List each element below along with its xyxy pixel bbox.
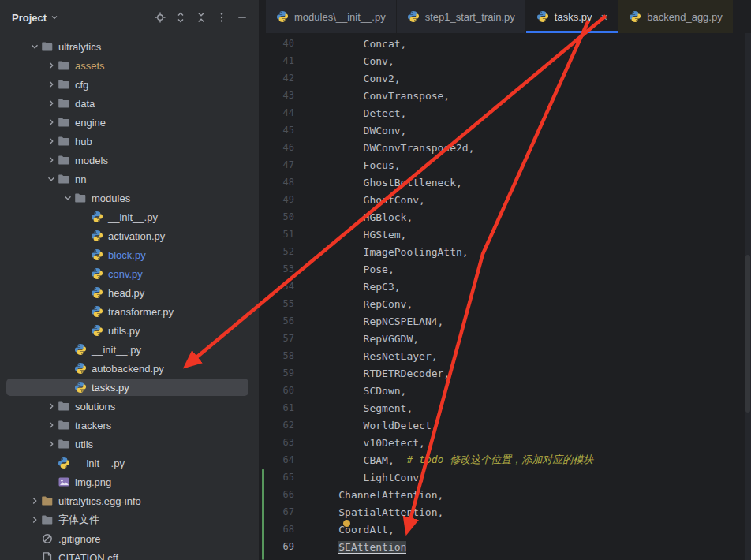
line-number: 63: [260, 437, 305, 448]
tree-item-block-py[interactable]: block.py: [0, 245, 259, 264]
code-line-60[interactable]: 60SCDown,: [260, 382, 751, 399]
code-line-69[interactable]: 69SEAttention: [260, 538, 751, 555]
chevron-right-icon[interactable]: [45, 135, 58, 147]
code-line-49[interactable]: 49GhostConv,: [260, 191, 751, 208]
code-line-65[interactable]: 65LightConv,: [260, 469, 751, 486]
locate-button[interactable]: [153, 10, 167, 24]
chevron-right-icon[interactable]: [45, 419, 58, 431]
code-line-68[interactable]: 68CoordAtt,: [260, 521, 751, 538]
tab-tasks-py[interactable]: tasks.py×: [526, 0, 618, 33]
tree-item-modules[interactable]: modules: [0, 189, 259, 207]
code-line-53[interactable]: 53Pose,: [260, 260, 751, 278]
line-code: v10Detect,: [305, 437, 425, 449]
chevron-right-icon[interactable]: [45, 438, 58, 450]
tree-item-data[interactable]: data: [0, 94, 259, 113]
tree-item-utils[interactable]: utils: [0, 435, 259, 454]
code-line-59[interactable]: 59RTDETRDecoder,: [260, 364, 751, 382]
code-line-63[interactable]: 63v10Detect,: [260, 434, 751, 451]
editor-scrollbar[interactable]: [745, 33, 751, 560]
chevron-right-icon[interactable]: [45, 154, 58, 166]
editor-tab-bar: modules\__init__.pystep1_start_train.pyt…: [260, 0, 751, 33]
line-number: 49: [260, 194, 305, 205]
tab-modules-init-py[interactable]: modules\__init__.py: [266, 0, 397, 33]
folder-egg-icon: [41, 495, 54, 507]
project-view-dropdown[interactable]: Project: [12, 12, 59, 24]
code-line-41[interactable]: 41Conv,: [260, 52, 751, 69]
close-icon[interactable]: ×: [601, 11, 608, 23]
code-line-44[interactable]: 44Detect,: [260, 104, 751, 121]
chevron-right-icon[interactable]: [45, 116, 58, 129]
tree-item-cfg[interactable]: cfg: [0, 75, 259, 94]
chevron-down-icon[interactable]: [62, 192, 74, 204]
code-line-66[interactable]: 66ChannelAttention,: [260, 486, 751, 503]
code-line-51[interactable]: 51HGStem,: [260, 226, 751, 243]
tree-item-trackers[interactable]: trackers: [0, 416, 259, 435]
chevron-right-icon[interactable]: [45, 400, 58, 413]
tree-item-activation-py[interactable]: activation.py: [0, 226, 259, 245]
code-line-47[interactable]: 47Focus,: [260, 156, 751, 174]
code-editor[interactable]: 40Concat,41Conv,42Conv2,43ConvTranspose,…: [260, 33, 751, 560]
tree-item-nn[interactable]: nn: [0, 170, 259, 189]
tree-item-ultralytics-egg-info[interactable]: ultralytics.egg-info: [0, 491, 259, 510]
code-line-46[interactable]: 46DWConvTranspose2d,: [260, 139, 751, 156]
tree-item-label: autobackend.py: [92, 363, 164, 375]
collapse-all-button[interactable]: [194, 10, 208, 24]
tab-step1-start-train-py[interactable]: step1_start_train.py: [397, 0, 526, 33]
tree-item-init-py[interactable]: __init__.py: [0, 340, 259, 359]
tree-item-hub[interactable]: hub: [0, 132, 259, 151]
tree-item-字体文件[interactable]: 字体文件: [0, 510, 259, 529]
tree-item-autobackend-py[interactable]: autobackend.py: [0, 359, 259, 378]
intention-bulb-icon[interactable]: [343, 520, 350, 527]
code-line-45[interactable]: 45DWConv,: [260, 121, 751, 139]
code-line-55[interactable]: 55RepConv,: [260, 295, 751, 312]
tree-item-assets[interactable]: assets: [0, 56, 259, 75]
code-line-42[interactable]: 42Conv2,: [260, 69, 751, 87]
tree-item-label: models: [75, 155, 108, 166]
chevron-right-icon[interactable]: [45, 78, 58, 91]
chevron-right-icon[interactable]: [28, 513, 41, 526]
line-number: 59: [260, 368, 305, 379]
tree-item-engine[interactable]: engine: [0, 113, 259, 132]
tree-item-solutions[interactable]: solutions: [0, 397, 259, 416]
chevron-down-icon[interactable]: [45, 173, 58, 185]
tree-item-label: data: [75, 98, 95, 110]
tab-backend-agg-py[interactable]: backend_agg.py: [618, 0, 733, 33]
tree-item-tasks-py[interactable]: tasks.py: [0, 378, 259, 397]
tree-item-ultralytics[interactable]: ultralytics: [0, 37, 259, 56]
code-line-52[interactable]: 52ImagePoolingAttn,: [260, 243, 751, 260]
code-line-57[interactable]: 57RepVGGDW,: [260, 330, 751, 347]
tree-item-init-py[interactable]: __init__.py: [0, 454, 259, 472]
more-options-button[interactable]: [215, 10, 229, 24]
tree-item-models[interactable]: models: [0, 151, 259, 170]
code-line-62[interactable]: 62WorldDetect,: [260, 416, 751, 434]
code-line-40[interactable]: 40Concat,: [260, 35, 751, 52]
tree-item-transformer-py[interactable]: transformer.py: [0, 302, 259, 321]
code-line-61[interactable]: 61Segment,: [260, 399, 751, 416]
code-line-67[interactable]: 67SpatialAttention,: [260, 503, 751, 521]
code-line-54[interactable]: 54RepC3,: [260, 278, 751, 295]
line-number: 56: [260, 315, 305, 327]
tree-item-init-py[interactable]: __init__.py: [0, 207, 259, 226]
code-line-64[interactable]: 64CBAM, # todo 修改这个位置，添加对应的模块: [260, 451, 751, 469]
python-icon: [91, 267, 103, 280]
tree-item-img-png[interactable]: img.png: [0, 472, 259, 491]
tree-item-gitignore[interactable]: .gitignore: [0, 529, 259, 548]
code-line-50[interactable]: 50HGBlock,: [260, 208, 751, 226]
tree-item-citation-cff[interactable]: CITATION.cff: [0, 548, 259, 560]
chevron-spacer: [45, 457, 58, 469]
expand-all-button[interactable]: [174, 10, 188, 24]
tree-item-conv-py[interactable]: conv.py: [0, 264, 259, 283]
chevron-right-icon[interactable]: [45, 97, 58, 110]
line-number: 54: [260, 281, 305, 292]
line-number: 64: [260, 454, 305, 465]
code-line-56[interactable]: 56RepNCSPELAN4,: [260, 312, 751, 330]
code-line-48[interactable]: 48GhostBottleneck,: [260, 174, 751, 191]
code-line-43[interactable]: 43ConvTranspose,: [260, 87, 751, 104]
tree-item-utils-py[interactable]: utils.py: [0, 321, 259, 340]
code-line-58[interactable]: 58ResNetLayer,: [260, 347, 751, 364]
hide-panel-button[interactable]: [235, 10, 249, 24]
chevron-right-icon[interactable]: [28, 495, 41, 507]
chevron-right-icon[interactable]: [45, 59, 58, 72]
chevron-down-icon[interactable]: [28, 40, 41, 53]
tree-item-head-py[interactable]: head.py: [0, 283, 259, 302]
